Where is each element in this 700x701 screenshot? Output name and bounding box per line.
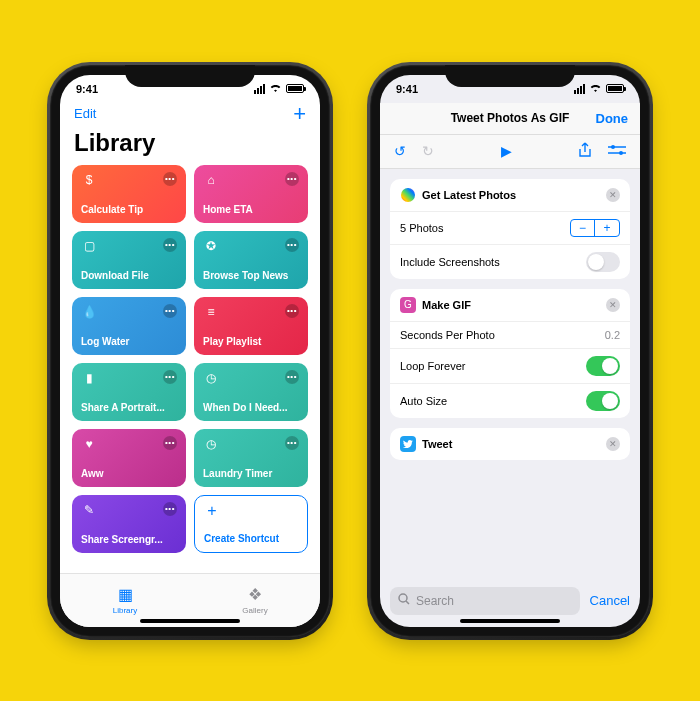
plus-icon: + xyxy=(204,503,220,519)
shortcut-tile[interactable]: ▮•••Share A Portrait... xyxy=(72,363,186,421)
more-icon[interactable]: ••• xyxy=(163,502,177,516)
svg-line-5 xyxy=(406,601,409,604)
notch xyxy=(125,65,255,87)
twitter-icon xyxy=(400,436,416,452)
svg-point-4 xyxy=(399,594,407,602)
screen-editor: 9:41 Tweet Photos As GIF Done ↺ ↻ ▶ xyxy=(380,75,640,627)
shortcut-icon: ≡ xyxy=(203,304,219,320)
more-icon[interactable]: ••• xyxy=(163,172,177,186)
navbar: Edit + xyxy=(60,103,320,129)
photos-icon xyxy=(400,187,416,203)
home-indicator[interactable] xyxy=(140,619,240,623)
add-button[interactable]: + xyxy=(293,103,306,125)
cancel-button[interactable]: Cancel xyxy=(590,593,630,608)
home-indicator[interactable] xyxy=(460,619,560,623)
shortcut-icon: 💧 xyxy=(81,304,97,320)
more-icon[interactable]: ••• xyxy=(163,436,177,450)
action-title: Make GIF xyxy=(422,299,600,311)
shortcut-label: Laundry Timer xyxy=(203,468,299,479)
more-icon[interactable]: ••• xyxy=(163,238,177,252)
search-icon xyxy=(398,593,410,608)
notch xyxy=(445,65,575,87)
shortcut-tile[interactable]: 💧•••Log Water xyxy=(72,297,186,355)
shortcut-tile[interactable]: ⌂•••Home ETA xyxy=(194,165,308,223)
more-icon[interactable]: ••• xyxy=(285,238,299,252)
shortcut-label: Play Playlist xyxy=(203,336,299,347)
shortcut-label: Share A Portrait... xyxy=(81,402,177,413)
shortcut-tile[interactable]: ◷•••Laundry Timer xyxy=(194,429,308,487)
seconds-label: Seconds Per Photo xyxy=(400,329,495,341)
gif-icon: G xyxy=(400,297,416,313)
redo-button: ↻ xyxy=(422,143,434,159)
search-input[interactable]: Search xyxy=(390,587,580,615)
shortcut-icon: ◷ xyxy=(203,436,219,452)
shortcut-label: When Do I Need... xyxy=(203,402,299,413)
run-button[interactable]: ▶ xyxy=(501,143,512,159)
tab-label: Library xyxy=(113,606,137,615)
delete-action-button[interactable]: ✕ xyxy=(606,188,620,202)
include-screenshots-label: Include Screenshots xyxy=(400,256,500,268)
search-bar: Search Cancel xyxy=(390,587,630,615)
create-label: Create Shortcut xyxy=(204,533,298,544)
count-stepper[interactable]: −+ xyxy=(570,219,620,237)
shortcut-icon: ◷ xyxy=(203,370,219,386)
action-tweet[interactable]: Tweet ✕ xyxy=(390,428,630,460)
more-icon[interactable]: ••• xyxy=(285,436,299,450)
shortcut-icon: ✎ xyxy=(81,502,97,518)
shortcut-label: Log Water xyxy=(81,336,177,347)
autosize-toggle[interactable] xyxy=(586,391,620,411)
tab-label: Gallery xyxy=(242,606,267,615)
undo-button[interactable]: ↺ xyxy=(394,143,406,159)
plus-button[interactable]: + xyxy=(595,220,619,236)
wifi-icon xyxy=(589,83,602,95)
more-icon[interactable]: ••• xyxy=(285,304,299,318)
toolbar: ↺ ↻ ▶ xyxy=(380,135,640,169)
phone-library: 9:41 Edit + Library $•••Calculate Tip⌂••… xyxy=(50,65,330,637)
shortcut-label: Calculate Tip xyxy=(81,204,177,215)
shortcut-tile[interactable]: ♥•••Aww xyxy=(72,429,186,487)
shortcut-tile[interactable]: ✎•••Share Screengr... xyxy=(72,495,186,553)
action-make-gif[interactable]: G Make GIF ✕ Seconds Per Photo 0.2 Loop … xyxy=(390,289,630,418)
status-icons xyxy=(254,83,304,95)
screen-library: 9:41 Edit + Library $•••Calculate Tip⌂••… xyxy=(60,75,320,627)
shortcut-tile[interactable]: ≡•••Play Playlist xyxy=(194,297,308,355)
shortcut-label: Browse Top News xyxy=(203,270,299,281)
more-icon[interactable]: ••• xyxy=(163,304,177,318)
loop-toggle[interactable] xyxy=(586,356,620,376)
cellular-icon xyxy=(254,84,265,94)
more-icon[interactable]: ••• xyxy=(163,370,177,384)
autosize-label: Auto Size xyxy=(400,395,447,407)
shortcut-label: Download File xyxy=(81,270,177,281)
shortcut-label: Home ETA xyxy=(203,204,299,215)
shortcut-icon: ♥ xyxy=(81,436,97,452)
minus-button[interactable]: − xyxy=(571,220,595,236)
shortcut-grid: $•••Calculate Tip⌂•••Home ETA▢•••Downloa… xyxy=(60,165,320,553)
create-shortcut-tile[interactable]: +Create Shortcut xyxy=(194,495,308,553)
include-screenshots-toggle[interactable] xyxy=(586,252,620,272)
share-button[interactable] xyxy=(578,142,592,161)
more-icon[interactable]: ••• xyxy=(285,172,299,186)
loop-label: Loop Forever xyxy=(400,360,465,372)
edit-button[interactable]: Edit xyxy=(74,106,96,121)
cellular-icon xyxy=(574,84,585,94)
seconds-value[interactable]: 0.2 xyxy=(605,329,620,341)
shortcut-label: Aww xyxy=(81,468,177,479)
page-title: Library xyxy=(60,129,320,165)
shortcut-tile[interactable]: ✪•••Browse Top News xyxy=(194,231,308,289)
action-get-latest-photos[interactable]: Get Latest Photos ✕ 5 Photos −+ Include … xyxy=(390,179,630,279)
delete-action-button[interactable]: ✕ xyxy=(606,298,620,312)
library-icon: ▦ xyxy=(118,585,133,604)
shortcut-icon: ▮ xyxy=(81,370,97,386)
status-icons xyxy=(574,83,624,95)
status-time: 9:41 xyxy=(396,83,418,95)
more-icon[interactable]: ••• xyxy=(285,370,299,384)
shortcut-tile[interactable]: $•••Calculate Tip xyxy=(72,165,186,223)
done-button[interactable]: Done xyxy=(596,111,629,126)
delete-action-button[interactable]: ✕ xyxy=(606,437,620,451)
phone-editor: 9:41 Tweet Photos As GIF Done ↺ ↻ ▶ xyxy=(370,65,650,637)
shortcut-tile[interactable]: ▢•••Download File xyxy=(72,231,186,289)
action-list: Get Latest Photos ✕ 5 Photos −+ Include … xyxy=(380,169,640,470)
battery-icon xyxy=(606,84,624,93)
settings-button[interactable] xyxy=(608,143,626,159)
shortcut-tile[interactable]: ◷•••When Do I Need... xyxy=(194,363,308,421)
